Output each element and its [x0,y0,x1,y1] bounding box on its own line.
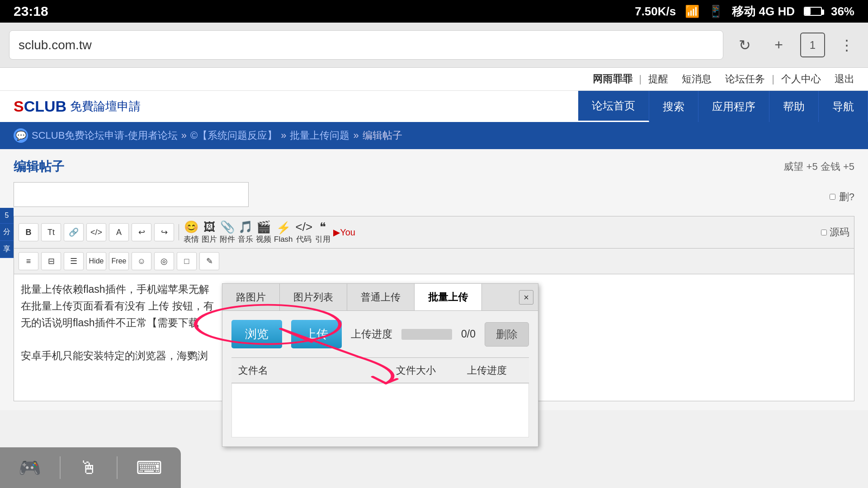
tab-count[interactable]: 1 [800,33,825,57]
menu-item-nav[interactable]: 导航 [819,91,868,122]
new-tab-button[interactable]: + [766,33,791,57]
upload-file-area [231,383,529,437]
undo-button[interactable]: ↩ [132,223,151,241]
time: 23:18 [14,4,48,19]
rewards-text: 威望 +5 金钱 +5 [783,160,854,174]
flash-button[interactable]: ⚡ Flash [274,221,293,244]
tab-image-list[interactable]: 图片列表 [280,284,347,310]
website: 网雨罪罪 | 提醒 短消息 论坛任务 | 个人中心 退出 SCLUB 免費論壇申… [0,68,868,410]
tt-button[interactable]: Tt [41,223,61,241]
tab-path-image[interactable]: 路图片 [222,284,280,310]
attach-button[interactable]: 📎 附件 [220,220,235,244]
nav-message[interactable]: 短消息 [682,72,712,86]
breadcrumb-upload[interactable]: 批量上传问题 [290,129,349,142]
battery-level: 36% [831,5,854,19]
menu-item-search[interactable]: 搜索 [649,91,698,122]
redo-button[interactable]: ↪ [154,223,174,241]
image-button[interactable]: 🖼 图片 [202,220,217,244]
list-button[interactable]: ☰ [64,252,84,270]
address-bar[interactable]: sclub.com.tw [9,30,723,60]
tab-batch-upload[interactable]: 批量上传 [415,284,482,310]
page-content: 编辑帖子 威望 +5 金钱 +5 删? B Tt 🔗 </> A ↩ ↪ [0,149,868,410]
nav-remind[interactable]: 提醒 [648,72,668,86]
gamepad-icon[interactable]: 🎮 [19,457,41,479]
delete-checkbox[interactable] [830,194,835,200]
special-button[interactable]: ◎ [154,252,174,270]
logo-menu-row: SCLUB 免費論壇申請 论坛首页 搜索 应用程序 帮助 导航 [0,91,868,122]
main-menu: 论坛首页 搜索 应用程序 帮助 导航 [578,91,868,122]
upload-button[interactable]: 上传 [291,320,342,348]
nav-logout[interactable]: 退出 [835,72,854,86]
wifi-icon: 📶 [685,5,699,19]
menu-item-forum[interactable]: 论坛首页 [578,91,649,122]
bold-button[interactable]: B [19,223,38,241]
edit-button[interactable]: ✎ [199,252,219,270]
free-button[interactable]: Free [109,252,129,270]
delete-button[interactable]: 删除 [485,322,529,347]
youtube-button[interactable]: ▶You [333,227,355,238]
browse-button[interactable]: 浏览 [231,320,282,348]
current-user: 网雨罪罪 [593,72,632,86]
delete-label: 删? [839,190,854,204]
upload-body: 浏览 上传 上传进度 0/0 删除 文件名 文件大小 上传进度 [222,311,538,446]
breadcrumb: 💬 SCLUB免费论坛申请-使用者论坛 » ©【系统问题反应】 » 批量上传问题… [0,122,868,149]
edit-header: 编辑帖子 威望 +5 金钱 +5 [14,158,854,175]
music-button[interactable]: 🎵 音乐 [238,220,253,244]
source-label: 源码 [830,225,849,239]
breadcrumb-icon: 💬 [14,128,28,143]
video-button[interactable]: 🎬 视频 [256,220,271,244]
code-button[interactable]: </> 代码 [296,220,313,244]
menu-item-help[interactable]: 帮助 [769,91,819,122]
col-progress: 上传进度 [451,362,522,378]
upload-table-header: 文件名 文件大小 上传进度 [231,357,529,383]
logo-subtitle: 免費論壇申請 [70,99,141,114]
align-left-button[interactable]: ≡ [19,252,38,270]
side-buttons: 5 分 享 [0,208,14,258]
signal-icon: 📱 [708,5,723,19]
mouse-icon[interactable]: 🖱 [80,458,98,478]
quote-button[interactable]: ❝ 引用 [315,220,330,244]
page-title: 编辑帖子 [14,158,64,175]
bottom-bar: 🎮 🖱 ⌨ [0,447,181,488]
breadcrumb-current: 编辑帖子 [363,129,402,142]
battery-icon [804,7,822,16]
box-button[interactable]: □ [177,252,197,270]
post-title-input[interactable] [14,182,249,207]
col-filename: 文件名 [238,362,380,378]
upload-dialog: 路图片 图片列表 普通上传 批量上传 × 浏览 上传 上传进度 0/0 [222,283,538,447]
breadcrumb-home[interactable]: SCLUB免费论坛申请-使用者论坛 [32,129,178,142]
network-speed: 7.50K/s [635,5,676,19]
status-right: 7.50K/s 📶 📱 移动 4G HD 36% [635,4,854,19]
browser-chrome: sclub.com.tw ↻ + 1 ⋮ [0,23,868,68]
smilies-button[interactable]: ☺ [132,252,151,270]
status-bar: 23:18 7.50K/s 📶 📱 移动 4G HD 36% [0,0,868,23]
editor-area: B Tt 🔗 </> A ↩ ↪ 😊 表情 🖼 图片 📎 附件 [14,216,854,401]
link-button[interactable]: 🔗 [64,223,84,241]
logo-area: SCLUB 免費論壇申請 [0,91,578,122]
side-btn-0[interactable]: 5 [0,208,14,224]
color-button[interactable]: A [109,223,129,241]
side-btn-2[interactable]: 享 [0,241,14,258]
hide-button[interactable]: Hide [86,252,106,270]
refresh-button[interactable]: ↻ [732,33,757,57]
toolbar-row2: ≡ ⊟ ☰ Hide Free ☺ ◎ □ ✎ [14,249,854,274]
col-filesize: 文件大小 [380,362,451,378]
menu-item-apps[interactable]: 应用程序 [698,91,769,122]
align-center-button[interactable]: ⊟ [41,252,61,270]
progress-label: 上传进度 [351,326,392,343]
editor-body[interactable]: 批量上传依赖flash插件，手机端苹果无解 在批量上传页面看看有没有 上传 按钮… [14,274,854,401]
upload-controls: 浏览 上传 上传进度 0/0 删除 [231,320,529,348]
source-checkbox[interactable] [821,230,827,235]
more-options-button[interactable]: ⋮ [834,33,859,57]
nav-forum-tasks[interactable]: 论坛任务 [725,72,765,86]
nav-personal[interactable]: 个人中心 [781,72,821,86]
emoji-button[interactable]: 😊 表情 [184,220,199,244]
close-button[interactable]: × [519,290,533,305]
breadcrumb-section[interactable]: ©【系统问题反应】 [190,129,277,142]
keyboard-icon[interactable]: ⌨ [136,457,162,478]
code-inline-button[interactable]: </> [86,223,106,241]
top-nav: 网雨罪罪 | 提醒 短消息 论坛任务 | 个人中心 退出 [0,68,868,91]
tab-normal-upload[interactable]: 普通上传 [347,284,415,310]
toolbar-row1: B Tt 🔗 </> A ↩ ↪ 😊 表情 🖼 图片 📎 附件 [14,216,854,249]
side-btn-1[interactable]: 分 [0,224,14,241]
